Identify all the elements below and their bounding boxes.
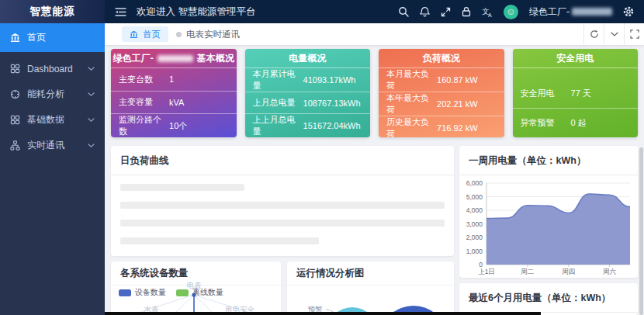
card-basic-overview: 绿色工厂-基本概况 主变台数1 主变容量kVA 监测分路个数10个 [111, 49, 237, 137]
panel-daily-load-curve: 日负荷曲线 [111, 146, 454, 256]
building-icon [130, 30, 138, 39]
sidebar-menu: 首页 Dashboard 能耗分析 [0, 23, 105, 158]
avatar[interactable]: ☺ [504, 5, 518, 19]
panel-run-analysis: 运行情况分析图 预警 [287, 261, 454, 315]
gauge-icon [10, 89, 20, 99]
username-prefix: 绿色工厂- [529, 5, 570, 19]
sidebar-item-label: 能耗分析 [27, 88, 64, 101]
svg-text:周四: 周四 [562, 268, 575, 275]
card-load-overview: 负荷概况 本月最大负荷160.87 kW 本年最大负荷202.21 kW 历史最… [379, 49, 504, 137]
legend-swatch [176, 289, 189, 296]
panel-title: 日负荷曲线 [111, 146, 454, 175]
search-icon[interactable] [398, 6, 409, 17]
skeleton-bar [120, 237, 319, 244]
skeleton-bar [120, 184, 244, 191]
card-title: 绿色工厂-基本概况 [111, 49, 237, 68]
app-root: 智慧能源 首页 Dashboard 能耗 [0, 0, 644, 315]
tab-label: 首页 [143, 29, 161, 40]
redacted-factory-name [158, 55, 193, 62]
card-title: 负荷概况 [379, 49, 504, 68]
tab-label: 电表实时通讯 [186, 29, 240, 40]
sidebar-item-label: 实时通讯 [27, 139, 64, 152]
app-logo: 智慧能源 [0, 0, 105, 23]
sidebar-collapse-icon[interactable] [115, 7, 126, 17]
chevron-down-icon [88, 67, 95, 71]
stat-row: 本年最大负荷202.21 kW [379, 92, 504, 116]
panel-device-count: 各系统设备数量 设备数量 离线数量 电表 水表 用电安全 [111, 261, 281, 315]
week-usage-area-chart: 01,0002,0003,0004,0005,0006,000上1日周二周四周六 [459, 175, 638, 278]
overview-cards-row: 绿色工厂-基本概况 主变台数1 主变容量kVA 监测分路个数10个 电量概况 本… [111, 49, 638, 137]
header-actions: 文A ☺ 绿色工厂- [398, 5, 634, 19]
skeleton-bar [120, 202, 445, 209]
card-safety-overview: 安全用电 安全用电77 天 异常预警0 起 [513, 49, 639, 137]
tab-home[interactable]: 首页 [122, 26, 168, 42]
svg-text:A: A [488, 12, 492, 18]
svg-text:2,000: 2,000 [466, 234, 483, 241]
panel-title: 最近6个月用电量（单位：kWh） [459, 283, 638, 313]
card-rows: 本月累计电量41093.17kWh 上月总电量108767.13kWh 上上月总… [245, 68, 371, 137]
tab-bar: 首页 电表实时通讯 [105, 23, 644, 45]
username[interactable]: 绿色工厂- [529, 5, 612, 19]
sidebar-item-base-data[interactable]: 基础数据 [0, 107, 105, 133]
sidebar-item-dashboard[interactable]: Dashboard [0, 56, 105, 81]
legend-item: 离线数量 [176, 287, 223, 298]
grid-icon [10, 64, 20, 74]
translate-icon[interactable]: 文A [482, 6, 493, 17]
building-icon [10, 33, 20, 43]
stat-row: 监测分路个数10个 [111, 114, 237, 137]
gear-icon[interactable] [623, 6, 634, 17]
sidebar-item-label: 基础数据 [27, 113, 64, 126]
card-title-suffix: 基本概况 [197, 52, 234, 65]
panel-title: 一周用电量（单位：kWh） [459, 146, 638, 175]
card-rows: 本月最大负荷160.87 kW 本年最大负荷202.21 kW 历史最大负荷71… [379, 68, 504, 137]
chevron-down-icon [88, 144, 95, 148]
svg-text:周六: 周六 [603, 268, 617, 275]
sidebar-item-energy-analysis[interactable]: 能耗分析 [0, 81, 105, 107]
card-title: 安全用电 [513, 49, 639, 68]
refresh-icon[interactable] [583, 23, 604, 45]
panel-six-month-usage: 最近6个月用电量（单位：kWh） [459, 283, 638, 315]
stat-row: 上上月总电量151672.04kWh [245, 114, 371, 137]
sidebar-item-home[interactable]: 首页 [0, 23, 105, 52]
chevron-down-icon [88, 118, 95, 123]
chevron-down-icon [88, 92, 95, 97]
fullscreen-frame-icon[interactable] [624, 23, 644, 45]
stat-row: 本月最大负荷160.87 kW [379, 68, 504, 92]
panel-week-usage: 一周用电量（单位：kWh） 01,0002,0003,0004,0005,000… [459, 146, 638, 278]
svg-text:上1日: 上1日 [478, 268, 495, 275]
svg-text:1,000: 1,000 [466, 248, 483, 255]
pie-chart-partial: 预警 [287, 277, 454, 315]
card-title-prefix: 绿色工厂- [113, 52, 154, 65]
card-energy-overview: 电量概况 本月累计电量41093.17kWh 上月总电量108767.13kWh… [245, 49, 371, 137]
loading-skeleton [111, 175, 454, 244]
redacted-username [572, 8, 612, 16]
legend-swatch [119, 289, 131, 296]
screen-edge-artifact [105, 312, 541, 315]
fullscreen-expand-icon[interactable] [441, 7, 451, 17]
legend-item: 设备数量 [119, 287, 166, 298]
svg-text:5,000: 5,000 [466, 193, 483, 201]
grid-icon [10, 115, 20, 125]
tab-controls [583, 23, 644, 45]
sidebar-item-label: Dashboard [27, 64, 73, 74]
bell-icon[interactable] [420, 6, 430, 17]
svg-text:3,000: 3,000 [466, 220, 483, 228]
card-rows: 安全用电77 天 异常预警0 起 [513, 68, 639, 137]
tab-meter-realtime[interactable]: 电表实时通讯 [168, 26, 248, 42]
card-title: 电量概况 [245, 49, 371, 68]
stat-row: 上月总电量108767.13kWh [245, 92, 371, 114]
chevron-down-icon[interactable] [604, 23, 624, 45]
tab-dot-icon [176, 32, 182, 37]
svg-text:周二: 周二 [521, 268, 535, 275]
sidebar-item-label: 首页 [27, 31, 46, 44]
stat-row: 主变台数1 [111, 68, 237, 92]
stat-row: 主变容量kVA [111, 92, 237, 115]
lock-icon[interactable] [462, 6, 471, 17]
sidebar-item-realtime-comm[interactable]: 实时通讯 [0, 133, 105, 158]
network-icon [10, 140, 20, 151]
card-rows: 主变台数1 主变容量kVA 监测分路个数10个 [111, 68, 237, 137]
page-scrollbar[interactable] [639, 147, 643, 315]
header-title: 欢迎进入 智慧能源管理平台 [137, 5, 255, 19]
stat-row: 本月累计电量41093.17kWh [245, 68, 371, 92]
chart-legend: 设备数量 离线数量 [119, 287, 223, 298]
